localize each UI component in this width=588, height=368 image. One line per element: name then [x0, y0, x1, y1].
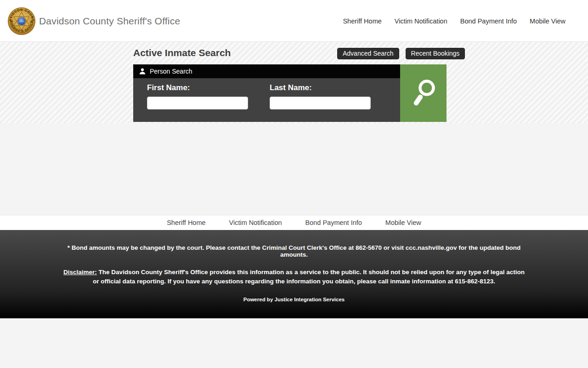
top-nav: Sheriff Home Victim Notification Bond Pa…: [343, 0, 565, 42]
person-search-panel: Person Search First Name: Last Name:: [133, 64, 447, 122]
disclaimer-label: Disclaimer:: [63, 269, 97, 276]
top-nav-mobile-view[interactable]: Mobile View: [530, 17, 565, 25]
site-header: DAVIDSON COUNTY SHERIFF'S OFFICE Davidso…: [0, 0, 588, 42]
bottom-spacer: [0, 318, 588, 368]
page-title: Active Inmate Search: [133, 47, 231, 58]
site-footer: * Bond amounts may be changed by the cou…: [0, 230, 588, 318]
person-icon: [139, 68, 146, 75]
search-action-buttons: Advanced Search Recent Bookings: [337, 48, 465, 59]
sheriff-badge-logo[interactable]: DAVIDSON COUNTY SHERIFF'S OFFICE: [7, 6, 36, 36]
first-name-label: First Name:: [147, 83, 248, 92]
first-name-field-group: First Name:: [147, 83, 248, 109]
site-title: Davidson County Sheriff's Office: [39, 0, 180, 42]
person-search-title: Person Search: [150, 68, 192, 75]
magnifier-icon: [410, 78, 437, 109]
powered-by-prefix: Powered by: [243, 297, 273, 302]
sheriff-star-icon: DAVIDSON COUNTY SHERIFF'S OFFICE: [7, 6, 36, 36]
first-name-input[interactable]: [147, 97, 248, 109]
footer-nav-bond-payment-info[interactable]: Bond Payment Info: [305, 219, 362, 226]
person-search-header: Person Search: [133, 64, 400, 78]
disclaimer-text: Disclaimer: The Davidson County Sheriff'…: [62, 268, 526, 286]
footer-nav-sheriff-home[interactable]: Sheriff Home: [167, 219, 205, 226]
advanced-search-button[interactable]: Advanced Search: [337, 48, 399, 59]
footer-nav-mobile-view[interactable]: Mobile View: [385, 219, 421, 226]
powered-by: Powered by Justice Integration Services: [0, 297, 588, 302]
disclaimer-body: The Davidson County Sheriff's Office pro…: [93, 269, 525, 285]
footer-nav-victim-notification[interactable]: Victim Notification: [229, 219, 282, 226]
recent-bookings-button[interactable]: Recent Bookings: [406, 48, 465, 59]
last-name-label: Last Name:: [270, 83, 371, 92]
search-submit-button[interactable]: [400, 64, 447, 122]
top-nav-sheriff-home[interactable]: Sheriff Home: [343, 17, 381, 25]
person-search-body: First Name: Last Name:: [133, 78, 400, 122]
bond-amounts-notice: * Bond amounts may be changed by the cou…: [60, 230, 528, 258]
top-nav-victim-notification[interactable]: Victim Notification: [395, 17, 447, 25]
last-name-input[interactable]: [270, 97, 371, 109]
person-search-form: Person Search First Name: Last Name:: [133, 64, 400, 122]
last-name-field-group: Last Name:: [270, 83, 371, 109]
justice-integration-services-link[interactable]: Justice Integration Services: [275, 297, 345, 302]
footer-nav: Sheriff Home Victim Notification Bond Pa…: [0, 215, 588, 230]
top-nav-bond-payment-info[interactable]: Bond Payment Info: [460, 17, 517, 25]
